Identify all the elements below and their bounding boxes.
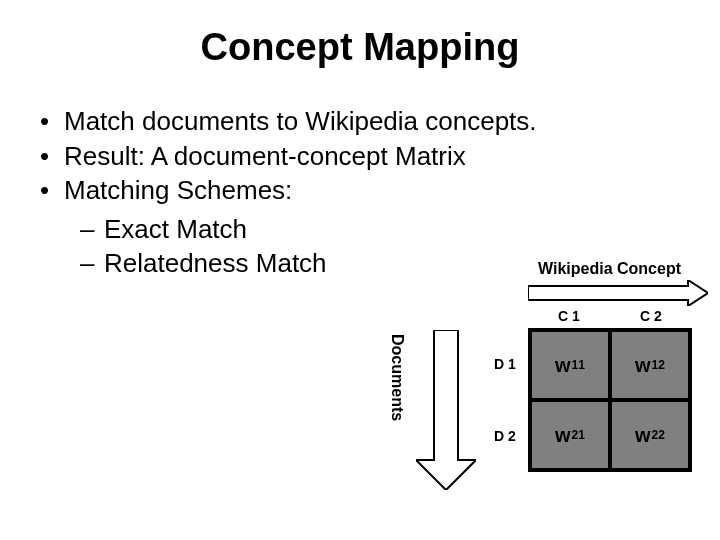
matrix-table: w11 w12 w21 w22: [528, 328, 692, 472]
row-header: D 1: [494, 328, 516, 400]
column-headers: C 1 C 2: [528, 308, 692, 324]
dash-icon: –: [80, 247, 104, 280]
matrix-cell: w11: [530, 330, 610, 400]
dash-icon: –: [80, 213, 104, 246]
matrix-cell: w21: [530, 400, 610, 470]
bullet-item: • Matching Schemes:: [40, 174, 690, 207]
cell-base: w: [635, 424, 651, 447]
cell-sub: 11: [572, 358, 585, 372]
bullet-text: Match documents to Wikipedia concepts.: [64, 105, 690, 138]
arrow-down-icon: [416, 330, 476, 490]
bullet-dot-icon: •: [40, 140, 64, 173]
row-header: D 2: [494, 400, 516, 472]
svg-marker-0: [528, 280, 708, 306]
matrix-row: w21 w22: [530, 400, 690, 470]
matrix-cell: w22: [610, 400, 690, 470]
cell-sub: 12: [652, 358, 665, 372]
bullet-text: Result: A document-concept Matrix: [64, 140, 690, 173]
bullet-item: • Match documents to Wikipedia concepts.: [40, 105, 690, 138]
cell-sub: 22: [652, 428, 665, 442]
column-header: C 2: [610, 308, 692, 324]
matrix-row: w11 w12: [530, 330, 690, 400]
cell-base: w: [555, 354, 571, 377]
slide: Concept Mapping • Match documents to Wik…: [0, 0, 720, 540]
column-header: C 1: [528, 308, 610, 324]
slide-title: Concept Mapping: [30, 26, 690, 69]
sub-bullet-item: – Exact Match: [80, 213, 690, 246]
cell-base: w: [635, 354, 651, 377]
bullet-dot-icon: •: [40, 174, 64, 207]
row-headers: D 1 D 2: [494, 328, 516, 472]
arrow-right-icon: [528, 280, 708, 306]
cell-base: w: [555, 424, 571, 447]
bullet-dot-icon: •: [40, 105, 64, 138]
bullet-list: • Match documents to Wikipedia concepts.…: [40, 105, 690, 280]
sub-bullet-text: Relatedness Match: [104, 247, 327, 280]
document-axis-label: Documents: [388, 334, 406, 421]
matrix-cell: w12: [610, 330, 690, 400]
concept-axis-label: Wikipedia Concept: [538, 260, 681, 278]
sub-bullet-text: Exact Match: [104, 213, 247, 246]
bullet-item: • Result: A document-concept Matrix: [40, 140, 690, 173]
cell-sub: 21: [572, 428, 585, 442]
svg-marker-1: [416, 330, 476, 490]
bullet-text: Matching Schemes:: [64, 174, 690, 207]
